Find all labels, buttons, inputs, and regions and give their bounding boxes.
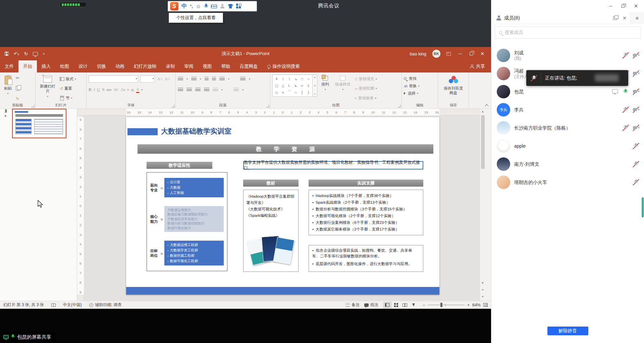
shape-glyph[interactable]: }: [308, 91, 309, 94]
zoom-slider-thumb[interactable]: [440, 303, 442, 307]
convert-smartart-button[interactable]: [233, 88, 239, 92]
ime-skin-icon[interactable]: [228, 4, 233, 8]
format-painter-button[interactable]: ✎: [16, 96, 19, 101]
increase-indent-button[interactable]: [212, 77, 216, 81]
ime-toolbox-icon[interactable]: [236, 4, 241, 9]
restore-button[interactable]: [622, 5, 625, 8]
shapes-gallery-scroll[interactable]: ▴▾≡: [313, 75, 317, 97]
numbering-button[interactable]: [191, 77, 197, 81]
shape-glyph[interactable]: ↳: [294, 84, 297, 88]
slide[interactable]: 大数据基础教学实训室 教学资源 教学适应性 面向专业 » 云计算大数据人工智能 …: [126, 117, 439, 295]
shape-glyph[interactable]: ∖: [288, 77, 290, 81]
highlight-button[interactable]: ab̲: [130, 88, 134, 92]
font-name-select[interactable]: [89, 76, 138, 83]
slide-sorter-button[interactable]: [392, 302, 400, 308]
ribbon-tab[interactable]: 审阅: [180, 60, 198, 72]
comments-button[interactable]: 批注: [364, 302, 378, 308]
ime-toolbar[interactable]: S 中 °, ☺: [168, 1, 257, 11]
panel-menu-icon[interactable]: ≡: [630, 12, 644, 24]
share-button[interactable]: 共享: [464, 60, 491, 72]
sogou-logo-icon[interactable]: S: [170, 2, 178, 10]
collapse-ribbon-button[interactable]: [485, 104, 488, 107]
unmute-button[interactable]: 解除静音: [547, 327, 588, 335]
previous-slide-button[interactable]: ⏶: [481, 288, 484, 292]
underline-button[interactable]: U: [97, 87, 100, 92]
account-name[interactable]: bao king: [410, 51, 426, 56]
ppt-minimize-button[interactable]: ─: [457, 51, 464, 56]
scrollbar-thumb[interactable]: [481, 115, 485, 169]
accessibility-status[interactable]: 辅助功能: 调查: [89, 302, 122, 308]
ribbon-tab[interactable]: 文件: [0, 60, 18, 72]
shape-glyph[interactable]: □: [301, 77, 303, 81]
shape-fill-button[interactable]: ◇形状填充▾: [355, 76, 377, 82]
ribbon-tab[interactable]: 开始: [18, 60, 37, 72]
cut-button[interactable]: ✂: [16, 76, 19, 81]
fit-to-window-button[interactable]: [483, 303, 488, 307]
slide-canvas[interactable]: 1615141312111098765432101234567891011121…: [77, 109, 485, 301]
align-center-button[interactable]: [186, 88, 192, 92]
shape-outline-button[interactable]: ▱形状轮廓▾: [355, 85, 377, 92]
member-search-box[interactable]: 搜索成员: [495, 27, 641, 39]
copy-button[interactable]: [16, 86, 19, 91]
shapes-gallery[interactable]: Ａ∖∖↘□○▢△Ｌ↳⇨⇩◇∿⌒∩{}: [272, 75, 313, 97]
columns-button[interactable]: [213, 88, 218, 92]
ribbon-tab[interactable]: 绘图: [55, 60, 74, 72]
shape-glyph[interactable]: ∩: [294, 91, 297, 94]
drawing-dialog-launcher[interactable]: [398, 105, 400, 107]
shape-glyph[interactable]: ▢: [275, 84, 278, 88]
ime-voice-icon[interactable]: [204, 3, 208, 9]
shrink-font-button[interactable]: A˅: [165, 76, 170, 82]
shape-glyph[interactable]: ∖: [282, 77, 284, 81]
shape-glyph[interactable]: ↘: [294, 77, 297, 81]
notes-button[interactable]: 备注: [345, 302, 360, 308]
zoom-slider[interactable]: [428, 305, 465, 305]
shape-glyph[interactable]: ◇: [275, 91, 278, 94]
bold-button[interactable]: B: [89, 87, 92, 92]
line-spacing-button[interactable]: [219, 77, 225, 81]
justify-button[interactable]: [204, 88, 209, 92]
ppt-close-button[interactable]: ✕: [479, 51, 486, 56]
clipboard-dialog-launcher[interactable]: [32, 105, 34, 107]
ime-emoji-icon[interactable]: ☺: [196, 3, 201, 9]
decrease-indent-button[interactable]: [205, 77, 209, 81]
reset-button[interactable]: ↺重置: [60, 85, 76, 92]
language-status[interactable]: 中文(中国): [63, 302, 82, 308]
scroll-up-icon[interactable]: ▲: [481, 110, 484, 113]
shape-glyph[interactable]: ⌒: [288, 90, 291, 95]
font-size-select[interactable]: [140, 76, 155, 83]
vertical-scrollbar[interactable]: ▲ ▼ ⏶ ⏷: [480, 109, 485, 301]
shape-effects-button[interactable]: ◐形状效果▾: [355, 95, 377, 101]
ribbon-tab[interactable]: 百度网盘: [235, 60, 263, 72]
reading-view-button[interactable]: [400, 302, 409, 308]
tell-me-search[interactable]: 操作说明搜索: [263, 60, 305, 72]
align-right-button[interactable]: [195, 88, 201, 92]
zoom-level[interactable]: 64%: [472, 303, 481, 307]
proofing-icon[interactable]: [51, 303, 56, 307]
arrange-button[interactable]: 排列 ▾: [319, 75, 331, 102]
char-spacing-button[interactable]: AV: [114, 88, 118, 92]
text-direction-button[interactable]: [240, 77, 246, 81]
ribbon-display-options-icon[interactable]: [446, 52, 451, 56]
ribbon-tab[interactable]: 插入: [37, 60, 55, 72]
find-button[interactable]: 查找: [404, 75, 436, 82]
member-row[interactable]: 刘成 (我): [491, 46, 644, 64]
member-row[interactable]: 长沙南方职业学院（陈栋）: [491, 119, 644, 137]
select-button[interactable]: 选择▾: [404, 90, 436, 97]
ime-punctuation-icon[interactable]: °,: [190, 4, 193, 9]
font-color-button[interactable]: A: [136, 87, 139, 93]
font-dialog-launcher[interactable]: [172, 105, 174, 107]
ppt-restore-button[interactable]: [470, 52, 473, 55]
member-row[interactable]: 南方-刘博文: [491, 155, 644, 173]
shape-glyph[interactable]: ⇨: [301, 84, 303, 88]
ribbon-tab[interactable]: 视图: [198, 60, 217, 72]
next-slide-button[interactable]: ⏷: [481, 295, 484, 299]
ribbon-tab[interactable]: 帮助: [217, 60, 235, 72]
shape-glyph[interactable]: Ａ: [275, 77, 278, 81]
save-to-baidu-button[interactable]: 保存到百度网盘: [441, 75, 466, 102]
ppt-titlebar[interactable]: ↶▾ ↻ ▾ 演示文稿1 - PowerPoint bao king BK ─ …: [0, 47, 491, 60]
quick-styles-button[interactable]: 快速样式 ▾: [333, 75, 353, 102]
ime-language-mode-icon[interactable]: 中: [181, 3, 187, 10]
minimize-button[interactable]: ─: [609, 3, 612, 9]
ribbon-tab[interactable]: 录制: [161, 60, 180, 72]
popout-panel-icon[interactable]: [613, 16, 617, 20]
